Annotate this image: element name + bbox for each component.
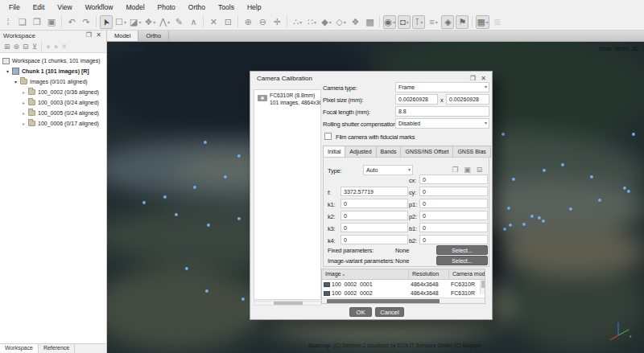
flag-icon[interactable]: ⚑	[456, 15, 469, 29]
f-field[interactable]: 3372.57719	[341, 187, 408, 196]
menu-view[interactable]: View	[51, 2, 78, 13]
tab-initial[interactable]: Initial	[323, 146, 345, 158]
camera-tie-point[interactable]	[237, 217, 241, 220]
fixed-select-button[interactable]: Select...	[436, 245, 488, 255]
zoom-in-icon[interactable]: ⊕	[242, 15, 254, 29]
brush-tool-icon[interactable]: ❖▾	[143, 15, 156, 29]
camera-tie-point[interactable]	[163, 195, 167, 199]
show-cameras-icon[interactable]: ◘▾	[398, 15, 411, 29]
camera-tie-point[interactable]	[522, 223, 526, 226]
tree-item-chunk[interactable]: ▾ Chunk 1 (101 images) [R]	[6, 67, 89, 76]
tree-item-workspace[interactable]: Workspace (1 chunks, 101 images)	[2, 56, 101, 65]
camera-tie-point[interactable]	[142, 201, 146, 204]
camera-tie-point[interactable]	[542, 220, 545, 223]
camera-group-item[interactable]: FC6310R (8.8mm) 101 images, 4864x3648	[254, 92, 321, 106]
k1-field[interactable]: 0	[341, 199, 408, 208]
tab-model[interactable]: Model	[107, 31, 138, 41]
rolling-shutter-select[interactable]: Disabled	[395, 118, 489, 129]
p1-field[interactable]: 0	[419, 199, 488, 208]
focal-length-field[interactable]: 8.8	[395, 106, 489, 117]
crop-icon[interactable]: ⊡	[221, 15, 234, 29]
mesh-icon[interactable]: ◆▾	[320, 15, 332, 29]
menu-help[interactable]: Help	[241, 2, 267, 13]
k2-field[interactable]: 0	[341, 211, 408, 220]
menu-tools[interactable]: Tools	[212, 2, 241, 13]
redo-icon[interactable]: ↷	[80, 15, 93, 29]
camera-tie-point[interactable]	[623, 187, 626, 190]
table-cell[interactable]: 100_0002_0002	[324, 289, 407, 296]
selection-tool-icon[interactable]: ➤	[100, 15, 113, 29]
camera-tie-point[interactable]	[207, 224, 210, 227]
expand-icon[interactable]: ▸	[23, 100, 28, 105]
show-items-icon[interactable]: ≡▾	[427, 15, 440, 29]
add-chunk-icon[interactable]: ⊞	[4, 43, 10, 51]
tab-gnss-bias[interactable]: GNSS Bias	[453, 146, 490, 158]
camera-tie-point[interactable]	[598, 199, 601, 202]
menu-model[interactable]: Model	[119, 2, 151, 13]
tab-reference[interactable]: Reference	[39, 344, 75, 353]
variant-select-button[interactable]: Select...	[436, 256, 488, 265]
globe-icon[interactable]: ◉▾	[383, 15, 396, 29]
camera-tie-point[interactable]	[561, 163, 564, 166]
table-cell[interactable]: 4864x3648	[411, 289, 448, 296]
cx-field[interactable]: 0	[419, 174, 488, 184]
rectangle-selection-icon[interactable]: ☐▾	[114, 15, 127, 29]
camera-group-list[interactable]: FC6310R (8.8mm) 101 images, 4864x3648	[254, 89, 321, 300]
camera-tie-point[interactable]	[237, 154, 241, 158]
photo-patch-icon[interactable]: ◪▾	[129, 15, 142, 29]
model-icon[interactable]: ◇▾	[334, 15, 347, 29]
tree-item-folder[interactable]: ▸ 100_0002 (0/36 aligned)	[23, 88, 99, 96]
list-horizontal-scrollbar[interactable]	[254, 301, 321, 306]
tree-item-folder[interactable]: ▸ 100_0003 (0/24 aligned)	[23, 98, 99, 107]
tree-item-folder[interactable]: ▸ 100_0006 (0/17 aligned)	[23, 119, 99, 128]
dense-cloud-icon[interactable]: ∷▾	[305, 15, 318, 29]
camera-tie-point[interactable]	[590, 175, 593, 179]
column-header-image[interactable]: Image ▴	[322, 269, 409, 280]
expand-icon[interactable]: ▸	[23, 121, 28, 126]
float-dialog-icon[interactable]: ❐	[470, 75, 476, 82]
tree-item-folder[interactable]: ▸ 100_0005 (0/24 aligned)	[23, 109, 99, 117]
new-project-icon[interactable]: ❏	[16, 15, 29, 29]
camera-tie-point[interactable]	[204, 141, 207, 144]
camera-tie-point[interactable]	[175, 213, 178, 216]
close-panel-icon[interactable]: ✕	[96, 31, 101, 39]
open-project-icon[interactable]: ❐	[31, 15, 43, 29]
tab-ortho[interactable]: Ortho	[138, 31, 169, 41]
tab-bands[interactable]: Bands	[377, 146, 402, 158]
camera-station-icon[interactable]: ⊺▾	[412, 15, 425, 29]
cy-field[interactable]: 0	[419, 187, 488, 196]
import-cameras-icon[interactable]: ⊻	[32, 43, 38, 51]
tab-workspace[interactable]: Workspace	[0, 344, 39, 353]
add-folder-icon[interactable]: ⊟	[23, 43, 29, 51]
camera-tie-point[interactable]	[507, 207, 510, 210]
camera-tie-point[interactable]	[632, 133, 635, 136]
zoom-out-icon[interactable]: ⊖	[256, 15, 269, 29]
tab-gnss-ins-offset[interactable]: GNSS/INS Offset	[401, 146, 453, 158]
k4-field[interactable]: 0	[341, 235, 408, 244]
camera-type-select[interactable]: Frame	[395, 82, 489, 92]
float-panel-icon[interactable]: ❐	[86, 31, 92, 39]
camera-tie-point[interactable]	[627, 190, 630, 193]
b2-field[interactable]: 0	[419, 235, 488, 244]
delete-icon[interactable]: ✕	[207, 15, 220, 29]
table-horizontal-scrollbar[interactable]	[322, 298, 485, 303]
camera-tie-point[interactable]	[242, 298, 245, 301]
menu-workflow[interactable]: Workflow	[79, 2, 120, 13]
collapse-icon[interactable]: ▾	[14, 79, 20, 84]
pixel-size-x-field[interactable]: 0.00260928	[395, 94, 438, 105]
camera-tie-point[interactable]	[512, 178, 515, 181]
type-select[interactable]: Auto	[363, 165, 413, 175]
camera-tie-point[interactable]	[543, 169, 546, 172]
camera-tie-point[interactable]	[224, 175, 227, 179]
expand-icon[interactable]: ▸	[23, 89, 28, 95]
camera-tie-point[interactable]	[569, 207, 572, 211]
menu-photo[interactable]: Photo	[151, 2, 182, 13]
image-table[interactable]: Image ▴ Resolution Camera model Focal le…	[321, 269, 485, 304]
tiled-model-icon[interactable]: ❖	[349, 15, 361, 29]
add-photos-icon[interactable]: ⊛	[14, 43, 20, 51]
ok-button[interactable]: OK	[349, 307, 372, 317]
tab-adjusted[interactable]: Adjusted	[345, 146, 376, 158]
camera-tie-point[interactable]	[530, 215, 534, 218]
close-dialog-icon[interactable]: ✕	[481, 75, 486, 82]
camera-tie-point[interactable]	[193, 186, 196, 189]
